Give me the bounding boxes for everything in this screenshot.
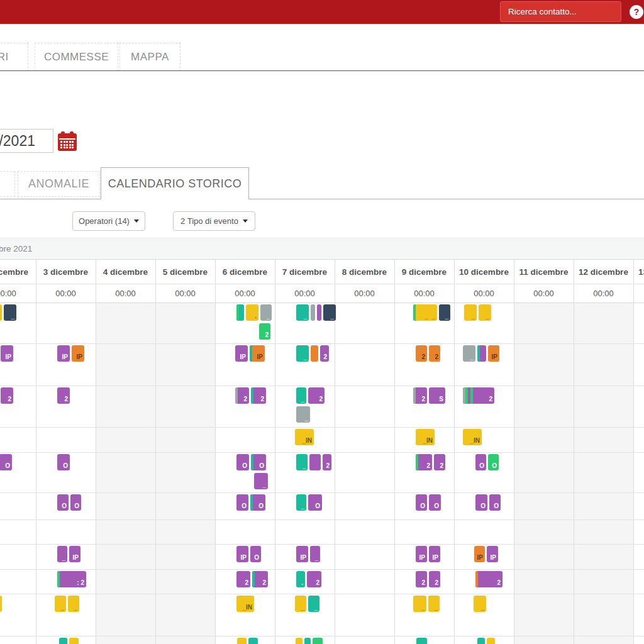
date-field[interactable]: /2021 xyxy=(0,129,53,153)
event-chip[interactable]: O xyxy=(251,454,266,470)
event-chip[interactable]: _ xyxy=(296,387,306,404)
event-chip[interactable] xyxy=(317,304,321,321)
event-chip[interactable] xyxy=(59,638,67,644)
event-chip[interactable]: O xyxy=(250,494,265,511)
event-chip[interactable] xyxy=(237,638,247,644)
nav-tab-operatori[interactable]: TORI xyxy=(0,43,28,71)
event-chip[interactable]: _IN xyxy=(416,429,435,445)
event-chip[interactable]: _ xyxy=(0,304,2,321)
event-chip[interactable]: 2 xyxy=(259,323,270,340)
event-chip[interactable]: IP xyxy=(57,345,70,362)
event-chip[interactable]: . xyxy=(296,571,305,587)
event-chip[interactable]: 2 xyxy=(1,387,13,404)
event-chip[interactable]: IP xyxy=(429,546,440,562)
event-chip[interactable]: 2 xyxy=(416,454,432,470)
event-chip[interactable]: 2 xyxy=(416,571,427,587)
event-chip[interactable] xyxy=(487,638,495,644)
event-chip[interactable] xyxy=(236,304,244,321)
event-chip[interactable]: _ xyxy=(4,304,16,321)
event-chip[interactable] xyxy=(309,454,321,470)
event-chip[interactable]: O xyxy=(0,454,12,470)
event-chip[interactable]: IP xyxy=(296,546,308,562)
event-chip[interactable]: 2 xyxy=(308,387,325,404)
event-chip[interactable]: O xyxy=(489,494,501,511)
event-chip[interactable]: IP xyxy=(487,546,498,562)
event-type-dropdown[interactable]: 2 Tipo di evento xyxy=(173,211,255,231)
event-chip[interactable]: _ xyxy=(57,546,67,562)
event-chip[interactable]: 2 xyxy=(57,387,70,404)
event-chip[interactable]: 2 xyxy=(434,454,445,470)
event-chip[interactable]: 2 xyxy=(251,387,266,404)
event-chip[interactable] xyxy=(311,304,315,321)
event-chip[interactable]: IP xyxy=(72,345,84,362)
event-chip[interactable]: _ xyxy=(260,304,272,321)
event-chip[interactable] xyxy=(311,345,318,362)
contact-search-input[interactable]: Ricerca contatto... xyxy=(500,1,621,22)
event-chip[interactable]: 2 xyxy=(416,345,427,362)
event-chip[interactable]: IP xyxy=(416,546,427,562)
event-chip[interactable]: _ xyxy=(323,304,336,321)
event-chip[interactable]: IP xyxy=(250,345,265,362)
event-chip[interactable]: _IN xyxy=(463,429,482,445)
event-chip[interactable]: O xyxy=(70,494,81,511)
event-chip[interactable]: _ xyxy=(310,546,320,562)
event-chip[interactable]: O xyxy=(57,494,69,511)
event-chip[interactable]: _ xyxy=(0,596,2,612)
event-chip[interactable]: IP xyxy=(69,546,80,562)
event-chip[interactable]: _ xyxy=(68,596,79,612)
event-chip[interactable]: _ xyxy=(413,596,426,612)
event-chip[interactable]: S xyxy=(429,387,445,404)
nav-tab-mappa[interactable]: MAPPA xyxy=(119,43,180,71)
calendar-picker-button[interactable] xyxy=(58,131,77,151)
event-chip[interactable]: IP xyxy=(474,546,485,562)
event-chip[interactable]: IP xyxy=(236,546,248,562)
event-chip[interactable]: . xyxy=(246,304,258,321)
event-chip[interactable] xyxy=(304,638,311,644)
operators-dropdown[interactable]: Operatori (14) xyxy=(72,211,145,231)
event-chip[interactable]: 2 xyxy=(323,454,331,470)
event-chip[interactable]: 2 xyxy=(413,387,427,404)
view-tab-anomalie[interactable]: ANOMALIE xyxy=(18,171,100,197)
event-chip[interactable]: 2 xyxy=(307,571,321,587)
event-chip[interactable]: _ xyxy=(296,304,309,321)
event-chip[interactable]: IP xyxy=(235,345,248,362)
event-chip[interactable] xyxy=(416,638,427,644)
event-chip[interactable] xyxy=(477,638,485,644)
event-chip[interactable]: _ xyxy=(428,596,440,612)
event-chip[interactable]: _ xyxy=(296,406,310,423)
event-chip[interactable]: _ xyxy=(296,454,308,470)
event-chip[interactable]: : 2 xyxy=(57,571,86,587)
help-icon[interactable]: ? xyxy=(630,5,643,19)
event-chip[interactable]: _ _ xyxy=(413,304,437,321)
event-chip[interactable]: O xyxy=(475,454,486,470)
event-chip[interactable]: O xyxy=(236,454,249,470)
nav-tab-commesse[interactable]: COMMESSE xyxy=(35,43,118,71)
event-chip[interactable]: 2 xyxy=(320,345,329,362)
event-chip[interactable] xyxy=(477,345,486,362)
view-tab-li[interactable]: LI xyxy=(0,171,15,197)
event-chip[interactable]: _ xyxy=(254,473,268,489)
event-chip[interactable]: IP xyxy=(1,345,13,362)
event-chip[interactable]: O xyxy=(308,494,322,511)
event-chip[interactable]: O xyxy=(429,494,441,511)
event-chip[interactable]: O xyxy=(475,494,487,511)
event-chip[interactable]: 2 xyxy=(475,571,502,587)
event-chip[interactable]: _ xyxy=(308,596,319,612)
event-chip[interactable] xyxy=(248,638,258,644)
event-chip[interactable]: O xyxy=(488,454,499,470)
event-chip[interactable]: 2 xyxy=(235,387,249,404)
event-chip[interactable]: 2 xyxy=(429,571,440,587)
event-chip[interactable]: 2 xyxy=(429,345,440,362)
event-chip[interactable] xyxy=(296,638,303,644)
event-chip[interactable]: _ xyxy=(296,345,309,362)
event-chip[interactable]: O xyxy=(57,454,70,470)
event-chip[interactable]: _ xyxy=(474,596,486,612)
event-chip[interactable]: _ xyxy=(464,304,477,321)
event-chip[interactable]: _ xyxy=(463,345,475,362)
view-tab-calendario-storico[interactable]: CALENDARIO STORICO xyxy=(101,167,249,199)
event-chip[interactable]: 2 xyxy=(463,387,494,404)
event-chip[interactable]: _ xyxy=(55,596,66,612)
event-chip[interactable]: _ xyxy=(295,596,306,612)
event-chip[interactable]: _IN xyxy=(236,596,254,612)
event-chip[interactable]: _IN xyxy=(295,429,314,445)
